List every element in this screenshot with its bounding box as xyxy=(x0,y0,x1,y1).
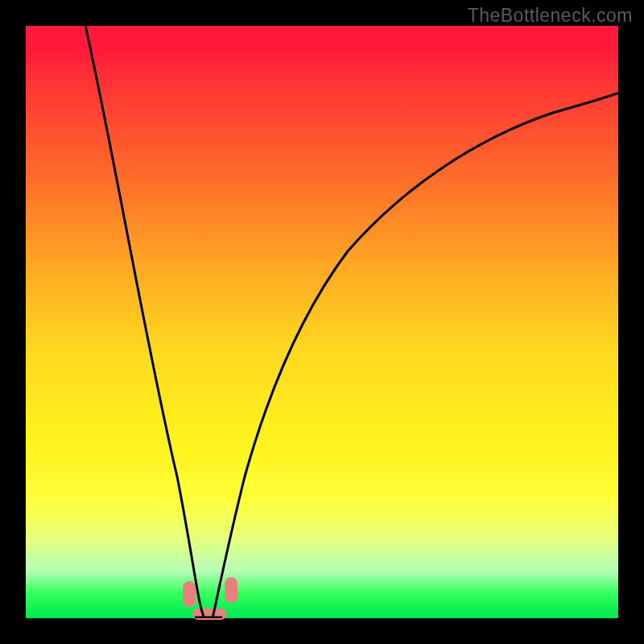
plot-area xyxy=(26,26,618,618)
bottleneck-curve xyxy=(26,26,618,618)
chart-frame: TheBottleneck.com xyxy=(0,0,644,644)
watermark-text: TheBottleneck.com xyxy=(468,5,633,27)
